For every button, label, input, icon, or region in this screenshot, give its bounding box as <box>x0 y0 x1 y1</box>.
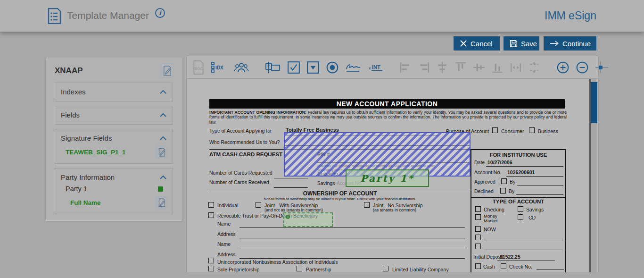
checkbox <box>364 202 370 208</box>
scrollbar-thumb[interactable] <box>591 82 597 123</box>
chevron-up-icon[interactable] <box>159 113 167 118</box>
distribute-horizontal-icon <box>510 61 522 74</box>
form-label: Business <box>538 128 558 134</box>
checkbox <box>208 266 214 271</box>
form-label: Address <box>217 252 236 257</box>
text-field-tool-icon[interactable]: T <box>265 61 281 74</box>
form-line <box>274 178 308 178</box>
template-manager-icon <box>47 8 61 26</box>
form-label: Unincorporated Nonbusiness Association o… <box>217 259 338 265</box>
section-divider <box>471 197 565 198</box>
checkbox <box>208 258 214 263</box>
edit-pencil-icon <box>163 66 172 76</box>
checkbox <box>518 206 523 212</box>
index-tool-icon[interactable]: IDX <box>211 61 228 74</box>
form-label: Type of Account Applying for <box>209 128 272 134</box>
center-field-icon[interactable] <box>595 61 609 74</box>
form-line <box>516 194 563 195</box>
save-button[interactable]: Save <box>504 36 539 51</box>
info-icon[interactable]: i <box>155 8 165 18</box>
form-line <box>239 258 465 259</box>
checkbox <box>475 235 481 240</box>
institution-use-box: FOR INSTITUTION USE Date 10/27/2006 Acco… <box>471 149 566 273</box>
dropdown-field-tool-icon[interactable] <box>306 61 320 74</box>
edit-template-button[interactable] <box>161 64 173 78</box>
checkbox <box>475 226 481 232</box>
checkbox-field-tool-icon[interactable] <box>287 61 300 74</box>
arrow-right-icon <box>550 40 559 47</box>
cancel-button[interactable]: Cancel <box>454 36 500 51</box>
edit-pencil-icon <box>158 198 165 207</box>
section-header: TYPE OF ACCOUNT <box>471 199 565 204</box>
chevron-up-icon[interactable] <box>159 175 167 180</box>
checkbox <box>501 263 506 269</box>
template-sidebar: XNAAP Indexes Fields Signature Fields TE… <box>46 58 182 221</box>
form-label: Account No. <box>474 169 501 175</box>
form-label: Individual <box>217 202 238 208</box>
document-page[interactable]: NEW ACCOUNT APPLICATION IMPORTANT ACCOUN… <box>187 79 590 273</box>
signature-field-tool-icon[interactable] <box>345 61 361 74</box>
section-note: Not all forms of ownership may be allowe… <box>209 197 471 201</box>
form-label: Address <box>217 231 236 237</box>
svg-text:x: x <box>369 66 371 70</box>
form-label: Savings <box>526 207 544 212</box>
align-bottom-icon <box>491 61 504 74</box>
form-label: Approved <box>474 179 495 185</box>
form-label: Limited Liability Company <box>392 267 449 272</box>
field-placement-box[interactable] <box>283 212 333 227</box>
checkbox <box>518 214 523 220</box>
edit-signature-field-button[interactable] <box>157 146 167 158</box>
checkbox <box>383 266 388 271</box>
form-line <box>517 185 563 185</box>
form-label: Who Recommended Us to You? <box>209 139 280 145</box>
checkbox <box>475 244 481 249</box>
form-line <box>537 270 564 270</box>
initials-field-tool-icon[interactable]: xINT <box>367 61 383 74</box>
close-icon <box>460 40 467 47</box>
section-party-information[interactable]: Party Information Party 1 Full Name <box>55 168 173 214</box>
chevron-up-icon[interactable] <box>159 136 167 141</box>
form-label: CD <box>528 215 536 220</box>
document-tool-icon: DOC <box>192 60 205 75</box>
form-line <box>239 227 465 228</box>
field-toolbar: DOC IDX T xINT <box>186 56 599 79</box>
checkbox <box>208 202 214 208</box>
form-value: $1522.25 <box>500 254 520 260</box>
distribute-vertical-icon <box>528 61 540 74</box>
form-line <box>239 248 465 248</box>
form-label: Sole Proprietorship <box>217 267 259 272</box>
form-label: Checking <box>484 207 504 212</box>
section-indexes[interactable]: Indexes <box>55 83 173 101</box>
party-field-item[interactable]: Full Name <box>61 196 167 209</box>
document-viewport[interactable]: NEW ACCOUNT APPLICATION IMPORTANT ACCOUN… <box>186 79 599 273</box>
checkbox <box>500 188 506 194</box>
section-header: FOR INSTITUTION USE <box>471 152 565 158</box>
save-icon <box>510 40 518 48</box>
align-top-icon <box>454 61 467 74</box>
form-sublabel: (and not as tenants in common) <box>264 208 323 212</box>
form-label: Initial Deposit <box>473 254 503 260</box>
signature-field-item[interactable]: TEAWEB_SIG_P1_1 <box>61 146 167 158</box>
party-color-swatch <box>158 186 163 192</box>
radio-field-tool-icon[interactable] <box>326 61 339 74</box>
section-divider <box>209 189 471 189</box>
form-line <box>239 238 465 238</box>
template-name: XNAAP <box>55 66 83 76</box>
parties-tool-icon[interactable] <box>234 61 249 74</box>
checkbox <box>492 127 498 133</box>
zoom-in-icon[interactable] <box>556 61 570 74</box>
field-marker-icon <box>286 215 290 219</box>
signature-field-overlay[interactable]: Party 1* <box>346 169 429 187</box>
edit-party-field-button[interactable] <box>157 196 167 209</box>
section-fields[interactable]: Fields <box>55 106 173 125</box>
chevron-up-icon[interactable] <box>159 90 167 94</box>
continue-button[interactable]: Continue <box>544 36 596 51</box>
checkbox <box>475 206 481 212</box>
zoom-out-icon[interactable] <box>576 61 589 74</box>
edit-pencil-icon <box>158 148 165 157</box>
form-label: Date <box>474 160 485 165</box>
form-line <box>274 187 308 188</box>
brand-logo: IMM eSign <box>545 9 596 22</box>
section-signature-fields[interactable]: Signature Fields TEAWEB_SIG_P1_1 <box>55 129 173 164</box>
party-item[interactable]: Party 1 <box>61 185 167 193</box>
